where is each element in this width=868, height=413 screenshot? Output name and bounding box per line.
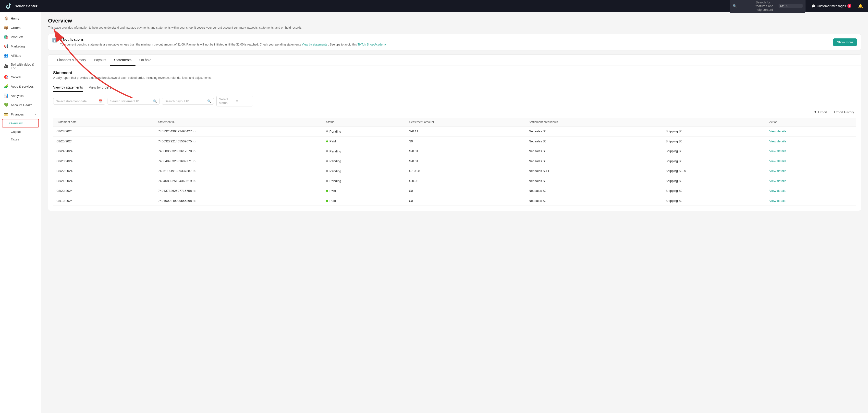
cell-action-3: View details <box>766 156 856 166</box>
cell-settlement-1: $0 <box>406 136 526 146</box>
cell-shipping-6: Shipping $0 <box>662 186 766 196</box>
copy-icon-6[interactable]: ⧉ <box>193 190 195 192</box>
sidebar-sub-item-capital[interactable]: Capital <box>0 128 41 136</box>
seller-center-title: Seller Center <box>15 4 37 8</box>
statement-date-filter[interactable]: 📅 <box>53 98 105 105</box>
sidebar-finances-label: Finances <box>11 112 24 116</box>
account-health-icon: 💚 <box>4 103 8 107</box>
sidebar-sub-item-overview[interactable]: Overview <box>2 119 38 127</box>
statement-section-title: Statement <box>53 71 856 75</box>
notifications-bell-button[interactable]: 🔔 <box>857 3 864 9</box>
cell-settlement-4: $-10.98 <box>406 166 526 176</box>
statement-date-input[interactable] <box>56 99 97 103</box>
sidebar-item-analytics[interactable]: 📊 Analytics <box>0 91 41 100</box>
overview-selected-box: Overview <box>2 119 39 128</box>
view-details-link-5[interactable]: View details <box>769 179 786 183</box>
view-by-statements-link[interactable]: View by statements <box>302 43 327 46</box>
copy-icon-1[interactable]: ⧉ <box>193 140 195 143</box>
tab-finances-summary[interactable]: Finances summary <box>53 55 90 66</box>
cell-net-sales-2: Net sales $0 <box>525 146 662 156</box>
copy-icon-0[interactable]: ⧉ <box>193 130 195 133</box>
export-history-button[interactable]: Export History <box>832 109 856 115</box>
message-icon: 💬 <box>811 4 815 8</box>
message-badge: 1 <box>847 4 851 8</box>
sidebar-sub-item-taxes[interactable]: Taxes <box>0 136 41 143</box>
search-bar[interactable]: 🔍 Search for features and help content C… <box>730 0 806 13</box>
sidebar-item-affiliate[interactable]: 👥 Affiliate <box>0 51 41 60</box>
cell-shipping-1: Shipping $0 <box>662 136 766 146</box>
export-label: Export <box>818 110 827 114</box>
sidebar-item-growth[interactable]: 🎯 Growth <box>0 72 41 82</box>
statement-id-filter[interactable]: 🔍 <box>107 98 159 105</box>
show-more-button[interactable]: Show more <box>833 38 857 46</box>
cell-id-6: 7404378262597715758 ⧉ <box>155 186 322 196</box>
copy-icon-4[interactable]: ⧉ <box>193 170 195 172</box>
cell-status-6: Paid <box>323 186 406 196</box>
cell-action-6: View details <box>766 186 856 196</box>
view-details-link-1[interactable]: View details <box>769 139 786 143</box>
sidebar-item-apps-services[interactable]: 🧩 Apps & services <box>0 82 41 91</box>
overview-label: Overview <box>9 122 23 125</box>
cell-date-4: 08/22/2024 <box>53 166 155 176</box>
sub-tab-view-by-statements[interactable]: View by statements <box>53 83 83 92</box>
view-details-link-7[interactable]: View details <box>769 199 786 203</box>
view-details-link-0[interactable]: View details <box>769 130 786 133</box>
taxes-label: Taxes <box>11 138 19 141</box>
search-shortcut: Ctrl+K <box>779 4 803 8</box>
copy-icon-7[interactable]: ⧉ <box>193 199 195 202</box>
payout-id-input[interactable] <box>165 99 206 103</box>
search-icon: 🔍 <box>733 4 754 8</box>
sidebar-orders-label: Orders <box>11 26 21 30</box>
home-icon: 🏠 <box>4 16 8 21</box>
cell-date-3: 08/23/2024 <box>53 156 155 166</box>
sidebar-item-products[interactable]: 🛍️ Products <box>0 32 41 42</box>
search-statement-icon: 🔍 <box>153 99 157 103</box>
sidebar-item-finances[interactable]: 💳 Finances ▼ <box>0 110 41 119</box>
customer-messages-button[interactable]: 💬 Customer messages 1 <box>809 3 853 9</box>
table-row: 08/25/2024 7406327921465509675 ⧉ Paid $0… <box>53 136 856 146</box>
copy-icon-5[interactable]: ⧉ <box>193 180 195 182</box>
statement-id-input[interactable] <box>110 99 151 103</box>
tab-payouts[interactable]: Payouts <box>90 55 110 66</box>
notification-content: 2 Notifications Your current pending sta… <box>60 37 830 47</box>
tab-on-hold[interactable]: On hold <box>135 55 155 66</box>
status-dot-1 <box>326 140 328 142</box>
view-details-link-4[interactable]: View details <box>769 169 786 173</box>
view-details-link-3[interactable]: View details <box>769 159 786 163</box>
tiktok-academy-link[interactable]: TikTok Shop Academy <box>358 43 386 46</box>
cell-net-sales-6: Net sales $0 <box>525 186 662 196</box>
products-icon: 🛍️ <box>4 35 8 39</box>
sidebar-item-orders[interactable]: 📦 Orders <box>0 23 41 32</box>
statement-section: Statement A daily report that provides a… <box>48 66 861 211</box>
copy-icon-3[interactable]: ⧉ <box>193 160 195 163</box>
top-nav-actions: 💬 Customer messages 1 🔔 <box>809 3 864 9</box>
sub-tab-view-by-orders[interactable]: View by orders <box>89 83 111 92</box>
status-dot-2 <box>326 150 328 152</box>
notification-banner: ℹ️ 2 Notifications Your current pending … <box>48 34 861 50</box>
status-filter[interactable]: Select status ▼ <box>216 96 253 106</box>
export-button[interactable]: ⬆ Export <box>812 109 829 115</box>
sidebar-products-label: Products <box>11 35 23 39</box>
view-details-link-6[interactable]: View details <box>769 189 786 193</box>
chevron-down-icon: ▼ <box>35 113 37 116</box>
cell-id-2: 7405806832083617578 ⧉ <box>155 146 322 156</box>
sidebar-item-marketing[interactable]: 📢 Marketing <box>0 42 41 51</box>
copy-icon-2[interactable]: ⧉ <box>193 150 195 153</box>
cell-action-0: View details <box>766 127 856 137</box>
cell-net-sales-7: Net sales $0 <box>525 196 662 206</box>
payout-id-filter[interactable]: 🔍 <box>162 98 214 105</box>
table-row: 08/24/2024 7405806832083617578 ⧉ Pending… <box>53 146 856 156</box>
main-tabs: Finances summary Payouts Statements On h… <box>48 55 861 66</box>
cell-action-5: View details <box>766 176 856 186</box>
export-icon: ⬆ <box>814 110 816 114</box>
tab-statements[interactable]: Statements <box>110 55 135 66</box>
sidebar-item-sell-video-live[interactable]: 🎥 Sell with video & LIVE <box>0 60 41 72</box>
view-details-link-2[interactable]: View details <box>769 149 786 153</box>
cell-status-7: Paid <box>323 196 406 206</box>
sidebar-item-home[interactable]: 🏠 Home <box>0 14 41 23</box>
table-row: 08/22/2024 7405116191389337387 ⧉ Pending… <box>53 166 856 176</box>
sidebar-home-label: Home <box>11 16 19 20</box>
notification-after-link: . See tips to avoid this <box>328 43 357 46</box>
sidebar-item-account-health[interactable]: 💚 Account Health <box>0 100 41 110</box>
cell-shipping-7: Shipping $0 <box>662 196 766 206</box>
